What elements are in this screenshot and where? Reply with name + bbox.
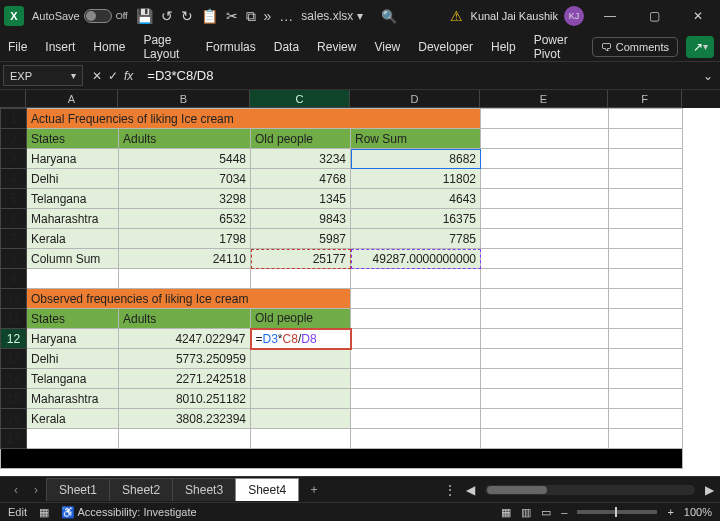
- row-15: 15Maharashtra8010.251182: [1, 389, 683, 409]
- col-header-b[interactable]: B: [118, 90, 250, 108]
- chevron-down-icon[interactable]: ▾: [71, 70, 76, 81]
- col-header-a[interactable]: A: [26, 90, 118, 108]
- chevron-down-icon: ▾: [703, 41, 708, 52]
- toggle-off-icon[interactable]: [84, 9, 112, 23]
- row-header-2[interactable]: 2: [1, 129, 27, 149]
- user-avatar: KJ: [564, 6, 584, 26]
- zoom-slider[interactable]: [577, 510, 657, 514]
- sheet-tab-1[interactable]: Sheet1: [46, 478, 110, 501]
- file-name[interactable]: sales.xlsx ▾: [301, 9, 362, 23]
- cell-c12-editing[interactable]: =D3*C8/D8: [251, 329, 351, 349]
- title-bar: X AutoSave Off 💾 ↺ ↻ 📋 ✂ ⧉ » … sales.xls…: [0, 0, 720, 32]
- sheet-tab-2[interactable]: Sheet2: [109, 478, 173, 501]
- sheet-more-icon[interactable]: ⋮: [444, 483, 456, 497]
- zoom-out-icon[interactable]: –: [561, 506, 567, 518]
- comment-icon: 🗨: [601, 41, 612, 53]
- sheet-prev-icon[interactable]: ‹: [6, 483, 26, 497]
- col-header-e[interactable]: E: [480, 90, 608, 108]
- autosave-state: Off: [116, 11, 128, 21]
- accessibility-status[interactable]: ♿ Accessibility: Investigate: [61, 506, 197, 519]
- cell-a2[interactable]: States: [27, 129, 119, 149]
- row-13: 13Delhi5773.250959: [1, 349, 683, 369]
- scroll-left-icon[interactable]: ◀: [466, 483, 475, 497]
- formula-controls: ✕ ✓ fx: [86, 62, 139, 89]
- row-9: 9: [1, 269, 683, 289]
- row-header-12[interactable]: 12: [1, 329, 27, 349]
- zoom-in-icon[interactable]: +: [667, 506, 673, 518]
- col-header-d[interactable]: D: [350, 90, 480, 108]
- cells-table[interactable]: 1 Actual Frequencies of liking Ice cream…: [0, 108, 683, 469]
- row-8: 8Column Sum241102517749287.0000000000: [1, 249, 683, 269]
- row-4: 4Delhi7034476811802: [1, 169, 683, 189]
- row-11: 11StatesAdultsOld people: [1, 309, 683, 329]
- spreadsheet-grid: A B C D E F 1 Actual Frequencies of liki…: [0, 90, 720, 476]
- tab-power-pivot[interactable]: Power Pivot: [532, 29, 578, 65]
- tab-formulas[interactable]: Formulas: [204, 36, 258, 58]
- view-normal-icon[interactable]: ▦: [501, 506, 511, 519]
- cell-d8[interactable]: 49287.0000000000: [351, 249, 481, 269]
- cell-d2[interactable]: Row Sum: [351, 129, 481, 149]
- tab-help[interactable]: Help: [489, 36, 518, 58]
- formula-bar: EXP ▾ ✕ ✓ fx =D3*C8/D8 ⌄: [0, 62, 720, 90]
- autosave-label: AutoSave: [32, 10, 80, 22]
- cell-c2[interactable]: Old people: [251, 129, 351, 149]
- maximize-icon[interactable]: ▢: [636, 9, 672, 23]
- tab-review[interactable]: Review: [315, 36, 358, 58]
- sheet-tab-4[interactable]: Sheet4: [235, 478, 299, 501]
- copy-icon[interactable]: ⧉: [246, 8, 256, 25]
- tab-data[interactable]: Data: [272, 36, 301, 58]
- save-icon[interactable]: 💾: [136, 8, 153, 24]
- warning-icon[interactable]: ⚠: [450, 8, 463, 24]
- formula-input[interactable]: =D3*C8/D8: [139, 62, 696, 89]
- col-header-c[interactable]: C: [250, 90, 350, 108]
- cell-d3[interactable]: 8682: [351, 149, 481, 169]
- zoom-level[interactable]: 100%: [684, 506, 712, 518]
- undo-icon[interactable]: ↺: [161, 8, 173, 24]
- close-icon[interactable]: ✕: [680, 9, 716, 23]
- view-page-icon[interactable]: ▥: [521, 506, 531, 519]
- tab-page-layout[interactable]: Page Layout: [141, 29, 189, 65]
- cell-c8[interactable]: 25177: [251, 249, 351, 269]
- cancel-formula-icon[interactable]: ✕: [92, 69, 102, 83]
- ribbon: File Insert Home Page Layout Formulas Da…: [0, 32, 720, 62]
- col-header-f[interactable]: F: [608, 90, 682, 108]
- redo-icon[interactable]: ↻: [181, 8, 193, 24]
- paste-chevron-icon[interactable]: »: [264, 8, 272, 24]
- tab-view[interactable]: View: [372, 36, 402, 58]
- sheet-next-icon[interactable]: ›: [26, 483, 46, 497]
- name-box[interactable]: EXP ▾: [3, 65, 83, 86]
- clipboard-icon[interactable]: 📋: [201, 8, 218, 24]
- minimize-icon[interactable]: —: [592, 9, 628, 23]
- tab-developer[interactable]: Developer: [416, 36, 475, 58]
- fx-icon[interactable]: fx: [124, 69, 133, 83]
- tab-insert[interactable]: Insert: [43, 36, 77, 58]
- row-header-1[interactable]: 1: [1, 109, 27, 129]
- sheet-tab-3[interactable]: Sheet3: [172, 478, 236, 501]
- expand-formula-icon[interactable]: ⌄: [696, 62, 720, 89]
- accept-formula-icon[interactable]: ✓: [108, 69, 118, 83]
- horizontal-scrollbar[interactable]: [485, 485, 695, 495]
- cell-a1[interactable]: Actual Frequencies of liking Ice cream: [27, 109, 481, 129]
- scroll-right-icon[interactable]: ▶: [705, 483, 714, 497]
- view-break-icon[interactable]: ▭: [541, 506, 551, 519]
- row-17: 17: [1, 429, 683, 449]
- share-button[interactable]: ↗▾: [686, 36, 714, 58]
- tab-file[interactable]: File: [6, 36, 29, 58]
- search-icon[interactable]: 🔍: [381, 9, 397, 24]
- tab-home[interactable]: Home: [91, 36, 127, 58]
- autosave-toggle[interactable]: AutoSave Off: [32, 9, 128, 23]
- comments-button[interactable]: 🗨 Comments: [592, 37, 678, 57]
- cell-b2[interactable]: Adults: [119, 129, 251, 149]
- user-account[interactable]: Kunal Jai Kaushik KJ: [471, 6, 584, 26]
- row-16: 16Kerala3808.232394: [1, 409, 683, 429]
- qat-more-icon[interactable]: …: [279, 8, 293, 24]
- cut-icon[interactable]: ✂: [226, 8, 238, 24]
- row-6: 6Maharashtra6532984316375: [1, 209, 683, 229]
- row-14: 14Telangana2271.242518: [1, 369, 683, 389]
- add-sheet-icon[interactable]: ＋: [298, 481, 330, 498]
- share-icon: ↗: [693, 40, 703, 54]
- select-all-corner[interactable]: [0, 90, 26, 108]
- row-3: 3Haryana544832348682: [1, 149, 683, 169]
- row-5: 5Telangana329813454643: [1, 189, 683, 209]
- stats-icon[interactable]: ▦: [39, 506, 49, 519]
